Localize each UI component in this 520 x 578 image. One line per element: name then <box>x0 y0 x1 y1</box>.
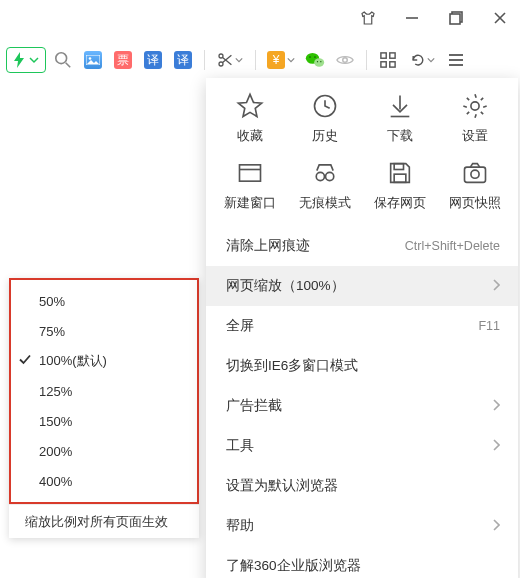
translate-button-1[interactable]: 译 <box>140 47 166 73</box>
separator <box>366 50 367 70</box>
hamburger-menu-button[interactable] <box>443 47 469 73</box>
chevron-right-icon <box>492 398 500 414</box>
menu-item-label: 广告拦截 <box>226 397 282 415</box>
separator <box>204 50 205 70</box>
zoom-option-125[interactable]: 125% <box>11 376 197 406</box>
skin-button[interactable] <box>356 6 380 30</box>
svg-point-30 <box>470 102 478 110</box>
grid-downloads[interactable]: 下载 <box>362 92 437 145</box>
grid-settings[interactable]: 设置 <box>437 92 512 145</box>
zoom-option-150[interactable]: 150% <box>11 406 197 436</box>
menu-item-label: 清除上网痕迹 <box>226 237 310 255</box>
window-icon <box>236 159 264 187</box>
menu-item-fullscreen[interactable]: 全屏F11 <box>206 306 518 346</box>
check-icon <box>19 354 31 369</box>
zoom-option-100[interactable]: 100%(默认) <box>11 346 197 376</box>
svg-rect-36 <box>394 164 403 170</box>
grid-incognito[interactable]: 无痕模式 <box>287 159 362 212</box>
zoom-option-label: 200% <box>39 444 72 459</box>
grid-save-page[interactable]: 保存网页 <box>362 159 437 212</box>
svg-point-14 <box>314 58 324 66</box>
incognito-icon <box>311 159 339 187</box>
zoom-option-label: 400% <box>39 474 72 489</box>
grid-favorites[interactable]: 收藏 <box>212 92 287 145</box>
svg-rect-2 <box>450 14 460 24</box>
zoom-options-box: 50% 75% 100%(默认) 125% 150% 200% 400% <box>9 278 199 504</box>
menu-item-clear-browsing-data[interactable]: 清除上网痕迹Ctrl+Shift+Delete <box>206 226 518 266</box>
svg-point-33 <box>316 172 324 180</box>
window-controls <box>356 6 512 30</box>
menu-item-switch-ie6-mode[interactable]: 切换到IE6多窗口模式 <box>206 346 518 386</box>
eye-icon[interactable] <box>332 47 358 73</box>
picture-button[interactable] <box>80 47 106 73</box>
menu-item-hint: Ctrl+Shift+Delete <box>405 239 500 253</box>
toolbar: 票 译 译 ¥ <box>0 42 520 78</box>
wechat-button[interactable] <box>302 47 328 73</box>
zoom-option-50[interactable]: 50% <box>11 286 197 316</box>
undo-button[interactable] <box>405 47 439 73</box>
svg-rect-23 <box>390 62 395 67</box>
zoom-option-label: 50% <box>39 294 65 309</box>
clock-icon <box>311 92 339 120</box>
zoom-footer[interactable]: 缩放比例对所有页面生效 <box>9 504 199 538</box>
grid-label: 收藏 <box>237 128 263 145</box>
grid-history[interactable]: 历史 <box>287 92 362 145</box>
separator <box>255 50 256 70</box>
zoom-option-label: 100%(默认) <box>39 352 107 370</box>
menu-item-hint: F11 <box>478 319 500 333</box>
menu-item-about-enterprise[interactable]: 了解360企业版浏览器 <box>206 546 518 578</box>
ticket-button[interactable]: 票 <box>110 47 136 73</box>
zoom-option-75[interactable]: 75% <box>11 316 197 346</box>
svg-rect-21 <box>390 53 395 58</box>
svg-point-18 <box>320 61 321 62</box>
grid-label: 下载 <box>387 128 413 145</box>
svg-point-8 <box>89 57 92 60</box>
menu-item-set-default-browser[interactable]: 设置为默认浏览器 <box>206 466 518 506</box>
zoom-popup: 50% 75% 100%(默认) 125% 150% 200% 400% 缩放比… <box>9 278 199 538</box>
grid-apps-button[interactable] <box>375 47 401 73</box>
svg-point-39 <box>470 170 478 178</box>
menu-item-label: 工具 <box>226 437 254 455</box>
menu-item-label: 了解360企业版浏览器 <box>226 557 361 575</box>
minimize-button[interactable] <box>400 6 424 30</box>
menu-list: 清除上网痕迹Ctrl+Shift+Delete网页缩放（100%）全屏F11切换… <box>206 220 518 578</box>
svg-rect-20 <box>381 53 386 58</box>
zoom-option-200[interactable]: 200% <box>11 436 197 466</box>
chevron-right-icon <box>492 518 500 534</box>
menu-item-label: 帮助 <box>226 517 254 535</box>
save-icon <box>386 159 414 187</box>
menu-item-help[interactable]: 帮助 <box>206 506 518 546</box>
zoom-option-label: 125% <box>39 384 72 399</box>
grid-label: 无痕模式 <box>299 195 351 212</box>
zoom-option-label: 75% <box>39 324 65 339</box>
grid-snapshot[interactable]: 网页快照 <box>437 159 512 212</box>
menu-item-tools[interactable]: 工具 <box>206 426 518 466</box>
grid-label: 网页快照 <box>449 195 501 212</box>
menu-item-ad-block[interactable]: 广告拦截 <box>206 386 518 426</box>
close-button[interactable] <box>488 6 512 30</box>
svg-point-34 <box>325 172 333 180</box>
star-icon <box>236 92 264 120</box>
translate-button-2[interactable]: 译 <box>170 47 196 73</box>
menu-item-label: 设置为默认浏览器 <box>226 477 338 495</box>
search-icon[interactable] <box>50 47 76 73</box>
svg-point-5 <box>56 53 67 64</box>
menu-item-label: 全屏 <box>226 317 254 335</box>
camera-icon <box>461 159 489 187</box>
grid-label: 新建窗口 <box>224 195 276 212</box>
chevron-right-icon <box>492 438 500 454</box>
download-icon <box>386 92 414 120</box>
grid-new-window[interactable]: 新建窗口 <box>212 159 287 212</box>
svg-point-17 <box>317 61 318 62</box>
yuan-button[interactable]: ¥ <box>264 47 298 73</box>
scissors-button[interactable] <box>213 47 247 73</box>
maximize-button[interactable] <box>444 6 468 30</box>
speed-mode-button[interactable] <box>6 47 46 73</box>
svg-rect-22 <box>381 62 386 67</box>
svg-point-10 <box>219 54 223 58</box>
main-menu: 收藏 历史 下载 设置 新建窗口 无痕模式 保存网页 网页快照 <box>206 78 518 578</box>
svg-point-9 <box>219 62 223 66</box>
menu-item-label: 网页缩放（100%） <box>226 277 345 295</box>
menu-item-page-zoom[interactable]: 网页缩放（100%） <box>206 266 518 306</box>
zoom-option-400[interactable]: 400% <box>11 466 197 496</box>
